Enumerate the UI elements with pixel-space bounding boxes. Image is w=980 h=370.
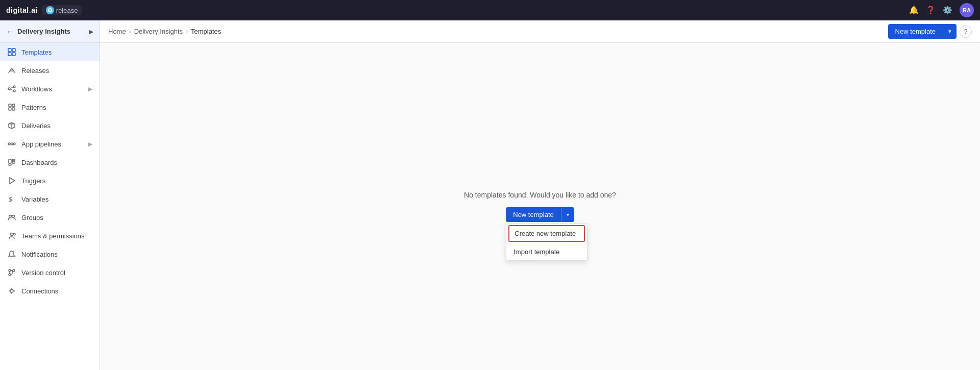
svg-point-29: [9, 215, 12, 218]
topbar: digital.ai release 🔔 ❓ ⚙️ RA: [0, 0, 980, 20]
svg-rect-4: [8, 53, 11, 56]
sidebar-header-title: Delivery Insights: [17, 28, 70, 35]
new-template-button-label: New template: [888, 24, 943, 39]
svg-rect-5: [12, 53, 15, 56]
breadcrumb-sep-1: ›: [129, 28, 131, 35]
svg-rect-15: [12, 108, 15, 110]
sidebar-item-triggers[interactable]: Triggers: [0, 171, 100, 190]
sidebar-item-version-control[interactable]: Version control: [0, 263, 100, 282]
sidebar-item-label: Patterns: [21, 104, 46, 111]
deliveries-icon: [7, 121, 16, 130]
svg-text:$: $: [8, 196, 12, 203]
svg-rect-26: [9, 164, 11, 165]
sidebar-item-label: Triggers: [21, 177, 45, 185]
breadcrumb-home[interactable]: Home: [108, 28, 126, 35]
notifications-bell-icon: [7, 250, 16, 259]
svg-rect-25: [12, 159, 15, 161]
center-btn-group: New template ▾ Create new template Impor…: [506, 207, 574, 222]
sidebar-header[interactable]: ← Delivery Insights ▶: [0, 20, 100, 43]
avatar[interactable]: RA: [960, 3, 974, 17]
sidebar-item-label: Releases: [21, 67, 49, 75]
svg-point-35: [9, 274, 11, 276]
triggers-icon: [7, 176, 16, 185]
sidebar-item-deliveries[interactable]: Deliveries: [0, 116, 100, 135]
sidebar-item-workflows[interactable]: Workflows ▶: [0, 80, 100, 98]
svg-point-32: [13, 233, 15, 235]
sidebar-header-left: ← Delivery Insights: [6, 28, 70, 36]
sidebar-item-templates[interactable]: Templates: [0, 43, 100, 61]
groups-icon: [7, 213, 16, 222]
sidebar-item-teams-permissions[interactable]: Teams & permissions: [0, 227, 100, 245]
app-pipelines-icon: [7, 139, 16, 149]
sidebar-item-label: Connections: [21, 287, 58, 295]
dropdown-menu: Create new template Import template: [506, 223, 587, 261]
svg-point-31: [11, 233, 13, 236]
center-dropdown-arrow-icon[interactable]: ▾: [561, 208, 574, 221]
import-template-option[interactable]: Import template: [506, 243, 587, 260]
templates-icon: [7, 47, 16, 57]
svg-rect-12: [9, 104, 11, 107]
svg-point-7: [8, 88, 10, 90]
layout: ← Delivery Insights ▶ Templates Releases…: [0, 20, 980, 370]
settings-icon[interactable]: ⚙️: [943, 6, 952, 15]
teams-permissions-icon: [7, 231, 16, 240]
subheader: Home › Delivery Insights › Templates New…: [100, 20, 980, 43]
back-icon: ←: [6, 28, 13, 36]
expand-icon: ▶: [88, 86, 92, 92]
patterns-icon: [7, 103, 16, 112]
dashboards-icon: [7, 158, 16, 167]
svg-marker-27: [10, 178, 15, 184]
sidebar-item-label: Workflows: [21, 85, 52, 93]
sidebar-item-label: Groups: [21, 214, 43, 221]
sidebar-item-label: App pipelines: [21, 140, 61, 148]
dropdown-arrow-icon[interactable]: ▾: [943, 24, 957, 38]
product-name: release: [56, 7, 78, 14]
sidebar-item-label: Teams & permissions: [21, 232, 85, 240]
create-new-template-option[interactable]: Create new template: [508, 225, 585, 242]
help-button[interactable]: ?: [960, 26, 972, 38]
product-badge: release: [42, 5, 82, 15]
svg-point-8: [13, 86, 15, 88]
empty-message: No templates found. Would you like to ad…: [464, 191, 616, 199]
svg-line-11: [10, 89, 13, 90]
empty-state: No templates found. Would you like to ad…: [464, 191, 616, 222]
sidebar-item-app-pipelines[interactable]: App pipelines ▶: [0, 135, 100, 153]
logo-text: digital.ai: [6, 6, 38, 14]
connections-icon: [7, 286, 16, 295]
breadcrumb-delivery-insights[interactable]: Delivery Insights: [134, 28, 183, 35]
sidebar-item-label: Templates: [21, 48, 52, 56]
sidebar-item-patterns[interactable]: Patterns: [0, 98, 100, 116]
center-new-template-button[interactable]: New template ▾: [506, 207, 574, 222]
sidebar-item-label: Dashboards: [21, 159, 57, 166]
sidebar-item-label: Variables: [21, 195, 48, 203]
topbar-right: 🔔 ❓ ⚙️ RA: [909, 3, 974, 17]
new-template-button[interactable]: New template ▾: [888, 24, 957, 39]
sidebar-header-expand-icon: ▶: [89, 28, 93, 35]
center-new-template-label: New template: [506, 207, 560, 222]
sidebar-item-variables[interactable]: $ Variables: [0, 190, 100, 208]
sidebar-item-label: Notifications: [21, 251, 58, 258]
svg-rect-14: [9, 108, 11, 110]
svg-rect-2: [8, 48, 11, 52]
release-icon: [46, 6, 54, 14]
sidebar-item-notifications[interactable]: Notifications: [0, 245, 100, 263]
topbar-left: digital.ai release: [6, 5, 82, 15]
svg-point-18: [8, 143, 10, 145]
svg-point-38: [10, 289, 13, 292]
svg-rect-13: [12, 104, 15, 107]
help-icon[interactable]: ❓: [926, 6, 936, 15]
sidebar-item-releases[interactable]: Releases: [0, 61, 100, 80]
sidebar-item-connections[interactable]: Connections: [0, 282, 100, 300]
breadcrumb: Home › Delivery Insights › Templates: [108, 28, 221, 35]
main-content: Home › Delivery Insights › Templates New…: [100, 20, 980, 370]
releases-icon: [7, 66, 16, 75]
expand-icon: ▶: [88, 141, 92, 147]
sidebar-item-groups[interactable]: Groups: [0, 208, 100, 227]
svg-point-9: [13, 90, 15, 92]
version-control-icon: [7, 268, 16, 277]
notifications-icon[interactable]: 🔔: [909, 6, 919, 15]
sidebar-item-dashboards[interactable]: Dashboards: [0, 153, 100, 171]
brand-logo[interactable]: digital.ai: [6, 6, 38, 14]
svg-point-30: [12, 215, 15, 218]
svg-point-20: [13, 143, 15, 145]
